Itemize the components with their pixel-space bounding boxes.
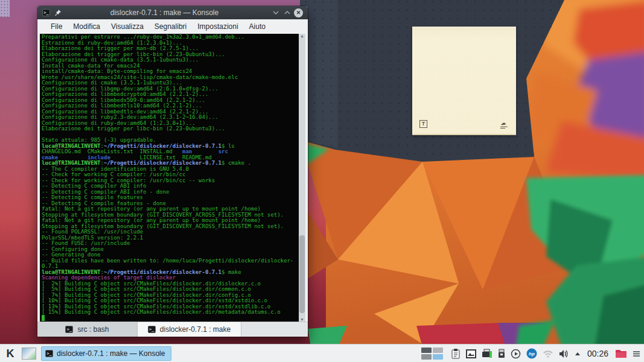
clock[interactable]: 00:26	[587, 349, 608, 358]
activities-folder-icon[interactable]	[615, 349, 627, 358]
menu-item-impostazioni[interactable]: Impostazioni	[192, 22, 243, 31]
tab-label: src : bash	[77, 325, 109, 334]
terminal-tab-icon: >_	[65, 326, 73, 333]
desktop-corner-widget[interactable]	[0, 0, 10, 17]
system-tray: hp 00:26	[421, 348, 644, 360]
terminal-view[interactable]: Preparativi per estrarre .../ruby-dev_1%…	[40, 34, 305, 322]
window-titlebar[interactable]: >_ dislocker-0.7.1 : make — Konsole ✕	[37, 6, 308, 19]
svg-text:hp: hp	[529, 351, 535, 357]
pager-desktop-4[interactable]	[433, 354, 443, 360]
terminal-line: [ 15%] Building C object src/CMakeFiles/…	[42, 310, 298, 316]
virtual-desktop-pager[interactable]	[421, 348, 443, 360]
menu-item-aiuto[interactable]: Aiuto	[244, 22, 271, 31]
show-desktop-button[interactable]	[22, 348, 36, 360]
tab-dislocker-make[interactable]: >_ dislocker-0.7.1 : make	[138, 322, 241, 337]
task-label: dislocker-0.7.1 : make — Konsole	[57, 349, 165, 358]
pin-icon[interactable]	[54, 9, 62, 16]
terminal-scrollbar[interactable]: ▲ ▼	[299, 34, 305, 322]
app-launcher-button[interactable]: K	[2, 346, 18, 361]
volume-icon[interactable]	[559, 349, 569, 358]
window-title: dislocker-0.7.1 : make — Konsole	[62, 8, 271, 17]
menu-bar: FileModificaVisualizzaSegnalibriImpostaz…	[37, 19, 308, 34]
desktop: { "window": { "title": "dislocker-0.7.1 …	[0, 0, 644, 362]
terminal-line: -- Build files have been written to: /ho…	[42, 258, 298, 264]
wifi-icon[interactable]	[543, 349, 553, 358]
note-format-text-icon[interactable]: T	[419, 120, 427, 128]
terminal-tab-icon: >_	[148, 326, 156, 333]
hp-device-icon[interactable]: hp	[526, 348, 537, 359]
taskbar-task-konsole[interactable]: >_ dislocker-0.7.1 : make — Konsole	[41, 346, 171, 361]
tab-label: dislocker-0.7.1 : make	[160, 325, 231, 334]
pager-desktop-1[interactable]	[421, 348, 432, 353]
pager-desktop-2[interactable]	[433, 348, 443, 353]
note-settings-icon[interactable]	[499, 122, 509, 129]
terminal-line	[42, 316, 298, 322]
media-player-icon[interactable]	[511, 349, 521, 359]
screenshot-icon[interactable]	[466, 349, 476, 358]
menu-item-visualizza[interactable]: Visualizza	[106, 22, 149, 31]
window-close-button[interactable]: ✕	[294, 8, 303, 17]
printer-icon[interactable]	[482, 349, 493, 358]
pager-desktop-3[interactable]	[421, 354, 432, 360]
terminal-text: Preparativi per estrarre .../ruby-dev_1%…	[42, 34, 298, 322]
window-maximize-button[interactable]	[282, 8, 292, 17]
scrollbar-up-icon[interactable]: ▲	[299, 34, 305, 38]
expand-tray-icon[interactable]	[575, 351, 581, 356]
konsole-app-icon[interactable]: >_	[42, 9, 50, 16]
window-minimize-button[interactable]	[271, 8, 281, 17]
panel-menu-icon[interactable]	[633, 351, 640, 357]
tab-src-bash[interactable]: >_ src : bash	[37, 322, 138, 337]
konsole-window: >_ dislocker-0.7.1 : make — Konsole ✕ Fi…	[37, 6, 308, 337]
menu-item-modifica[interactable]: Modifica	[68, 22, 106, 31]
tab-bar: >_ src : bash >_ dislocker-0.7.1 : make	[37, 322, 308, 337]
scrollbar-down-icon[interactable]: ▼	[299, 317, 305, 322]
menu-item-file[interactable]: File	[45, 22, 68, 31]
menu-item-segnalibri[interactable]: Segnalibri	[149, 22, 192, 31]
scrollbar-handle[interactable]	[299, 235, 305, 313]
konsole-task-icon: >_	[45, 350, 53, 357]
taskbar-panel: K >_ dislocker-0.7.1 : make — Konsole hp	[0, 344, 644, 362]
clipboard-icon[interactable]	[451, 348, 461, 359]
terminal-line: Elaborazione dei trigger per libc-bin (2…	[42, 126, 298, 132]
sticky-note-widget[interactable]: T	[412, 27, 516, 135]
usb-device-icon[interactable]	[498, 349, 505, 358]
